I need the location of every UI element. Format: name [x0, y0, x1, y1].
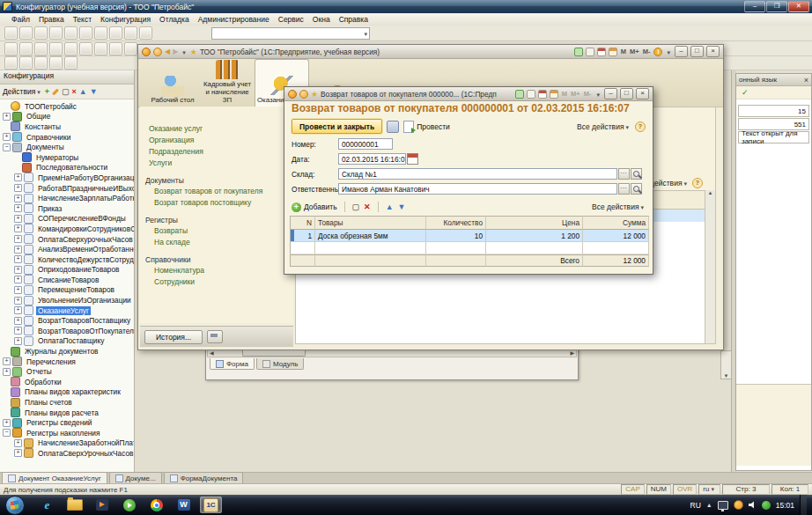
tree-item[interactable]: +ПеремещениеТоваров	[0, 285, 134, 296]
toolbar-icon[interactable]	[64, 26, 78, 40]
expand-toggle-icon[interactable]: +	[14, 327, 22, 335]
scroll-down-icon[interactable]: ▼	[724, 373, 729, 379]
toolbar-icon[interactable]	[79, 42, 92, 55]
nav-link[interactable]: Возрат товаров постовщику	[140, 196, 293, 208]
mdi-button[interactable]: M-	[642, 48, 652, 55]
scroll-right-icon[interactable]: ▶	[568, 349, 576, 356]
nav-link[interactable]: Оказание услуг	[140, 122, 293, 134]
help-icon[interactable]: ?	[635, 121, 646, 132]
show-desktop-button[interactable]	[800, 495, 807, 515]
delete-row-icon[interactable]: ✕	[364, 202, 371, 211]
favorites-star-icon[interactable]: ★	[311, 90, 318, 99]
designer-tab-form[interactable]: Форма	[210, 358, 255, 370]
menu-item[interactable]: Текст	[69, 14, 96, 25]
menu-item[interactable]: Сервис	[274, 14, 308, 25]
vertical-scrollbar[interactable]: ▼	[720, 350, 732, 379]
tree-item[interactable]: ТООПетробайс	[0, 101, 134, 112]
scroll-left-icon[interactable]: ◀	[208, 349, 216, 356]
tree-item[interactable]: +СписаниеТоваров	[0, 275, 134, 285]
expand-toggle-icon[interactable]: −	[3, 429, 11, 437]
maximize-button[interactable]: ❐	[766, 1, 787, 12]
tree-item[interactable]: +Приказ	[0, 203, 134, 214]
search-combobox[interactable]	[211, 27, 370, 40]
expand-toggle-icon[interactable]: +	[14, 184, 22, 192]
clock[interactable]: 15:01	[776, 501, 794, 510]
tree-item[interactable]: +РаботаВПраздничныеИВыходные	[0, 183, 134, 194]
tree-item[interactable]: +ОплатаПоставщику	[0, 336, 134, 347]
nav-link[interactable]: Подразделения	[140, 145, 293, 157]
tree-item[interactable]: +Общие	[0, 112, 134, 122]
window-tab[interactable]: ФормаДокумента	[164, 472, 244, 483]
tree-item[interactable]: +Перечисления	[0, 357, 134, 367]
toolbar-icon[interactable]	[64, 56, 78, 70]
tree-item[interactable]: Планы видов характеристик	[0, 387, 134, 398]
taskbar-word-icon[interactable]: W	[173, 497, 195, 513]
menu-item[interactable]: Отладка	[155, 14, 194, 25]
taskbar-explorer-icon[interactable]	[63, 497, 85, 513]
dots-icon[interactable]	[618, 183, 630, 195]
toolbar-icon[interactable]	[124, 42, 137, 55]
nav-link[interactable]: Сотрудники	[140, 276, 293, 287]
toolbar-icon[interactable]	[34, 26, 48, 40]
toolbar-icon[interactable]	[49, 56, 63, 70]
taskbar-player-icon[interactable]	[118, 497, 140, 513]
expand-toggle-icon[interactable]: +	[14, 255, 22, 263]
menu-item[interactable]: Администрирование	[194, 14, 274, 25]
mdi-button[interactable]: M+	[570, 90, 581, 98]
expand-toggle-icon[interactable]: +	[14, 224, 22, 232]
move-up-icon[interactable]: ▲	[79, 87, 87, 96]
refresh-icon[interactable]	[574, 48, 583, 56]
print-icon[interactable]	[207, 330, 223, 343]
post-and-close-button[interactable]: Провести и закрыть	[292, 119, 382, 134]
expand-toggle-icon[interactable]: +	[14, 173, 22, 181]
designer-tab-module[interactable]: Модуль	[256, 358, 304, 370]
close-icon[interactable]: ×	[804, 76, 808, 85]
minimize-button[interactable]: –	[604, 88, 617, 99]
expand-toggle-icon[interactable]: +	[14, 246, 22, 254]
tree-item[interactable]: +ОплатаСверхурочныхЧасов	[0, 234, 134, 245]
tree-item[interactable]: +АнализВремениОтработанногоСв	[0, 244, 134, 254]
tree-item[interactable]: +НачислениеЗаработнойПлаты	[0, 438, 134, 449]
tree-item[interactable]: +ВозратТоваровОтПокупателя	[0, 326, 134, 336]
toolbar-icon[interactable]	[4, 42, 18, 55]
expand-toggle-icon[interactable]: +	[3, 113, 11, 121]
tree-item[interactable]: −Документы	[0, 142, 134, 152]
window-icon[interactable]	[527, 90, 535, 99]
toolbar-icon[interactable]	[139, 26, 152, 40]
status-language[interactable]: ru	[698, 484, 720, 495]
expand-toggle-icon[interactable]: +	[14, 235, 22, 243]
mdi-button[interactable]: M+	[629, 48, 640, 55]
expand-toggle-icon[interactable]: +	[14, 276, 22, 283]
add-icon[interactable]: +	[45, 87, 49, 96]
calendar-icon[interactable]	[407, 153, 418, 165]
history-button[interactable]: История...	[144, 330, 203, 344]
expand-toggle-icon[interactable]: +	[3, 357, 11, 365]
move-down-icon[interactable]: ▼	[90, 87, 98, 96]
tree-item[interactable]: Планы счетов	[0, 397, 134, 408]
tree-item[interactable]: −Регистры накопления	[0, 428, 134, 438]
vertical-scrollbar[interactable]: ▲	[705, 190, 715, 343]
tree-item[interactable]: +УвольнениеИзОрганизации	[0, 295, 134, 305]
chevron-down-icon[interactable]	[181, 48, 188, 56]
toolbar-icon[interactable]	[109, 26, 122, 40]
favorites-star-icon[interactable]: ★	[190, 48, 197, 56]
toolbar-icon[interactable]	[19, 56, 33, 70]
tree-item[interactable]: +КомандировкиСотрудниковОрган	[0, 224, 134, 234]
update-icon[interactable]	[762, 501, 771, 510]
one-c-tray-icon[interactable]	[734, 500, 743, 510]
post-button[interactable]: Провести	[403, 121, 450, 133]
toolbar-icon[interactable]	[94, 26, 107, 40]
expand-toggle-icon[interactable]: +	[14, 317, 22, 325]
tree-item[interactable]: +НачислениеЗарплатыРаботникам	[0, 193, 134, 203]
toolbar-icon[interactable]	[4, 26, 18, 40]
mdi-button[interactable]: M	[620, 48, 627, 55]
nav-link[interactable]: Возвраты	[140, 224, 293, 236]
tray-expand-icon[interactable]: ▲	[706, 502, 712, 508]
forward-icon[interactable]: ▶	[173, 48, 178, 56]
menu-item[interactable]: Правка	[34, 14, 69, 25]
expand-toggle-icon[interactable]: +	[14, 195, 22, 202]
taskbar-chrome-icon[interactable]	[145, 497, 167, 513]
main-menu-icon[interactable]	[153, 48, 162, 56]
start-button[interactable]	[5, 496, 25, 515]
expand-toggle-icon[interactable]: +	[14, 297, 22, 305]
